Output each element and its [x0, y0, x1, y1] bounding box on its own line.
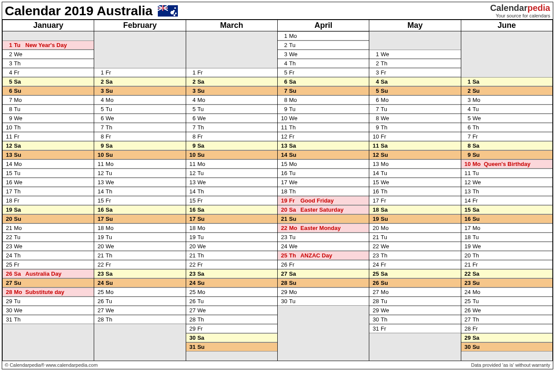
day-number: 30 — [279, 298, 289, 304]
day-of-week: Tu — [473, 170, 484, 176]
day-number: 31 — [371, 325, 381, 332]
calendar-cell: 1TuNew Year's Day — [3, 41, 94, 50]
day-of-week: Th — [197, 124, 209, 131]
day-number: 14 — [279, 152, 289, 158]
day-number: 8 — [188, 133, 197, 140]
day-number: 2 — [279, 42, 289, 48]
day-cell: 29Mo — [278, 287, 369, 297]
day-of-week: Th — [14, 316, 25, 323]
calendar-cell: 20Mo — [369, 223, 461, 233]
day-cell: 17Su — [186, 214, 277, 223]
calendar-cell: 23Sa — [94, 269, 186, 278]
day-number: 20 — [4, 216, 14, 222]
calendar-cell: 5We — [461, 114, 552, 123]
calendar-cell: 16Th — [369, 187, 461, 196]
day-number: 18 — [188, 225, 197, 231]
calendar-cell: 3Su — [186, 86, 277, 95]
day-of-week: Sa — [473, 78, 484, 85]
day-of-week: Th — [381, 316, 392, 323]
day-number: 27 — [279, 270, 289, 277]
day-cell: 14Mo — [3, 159, 94, 169]
day-cell: 28MoSubstitute day — [3, 287, 94, 297]
day-cell: 27We — [94, 306, 185, 315]
day-cell: 8We — [369, 114, 460, 123]
day-cell: 3Su — [186, 86, 277, 95]
day-cell: 28Th — [186, 315, 277, 324]
day-cell: 15Fr — [94, 196, 185, 205]
day-cell: 13Sa — [278, 141, 369, 150]
day-number: 22 — [463, 270, 473, 277]
day-number: 13 — [96, 179, 106, 186]
calendar-cell: 23We — [3, 242, 94, 251]
day-number: 3 — [96, 88, 106, 94]
day-of-week: Tu — [289, 298, 300, 304]
calendar-cell: 6Mo — [369, 95, 461, 105]
day-cell: 24Mo — [461, 287, 552, 297]
day-cell: 16Tu — [278, 169, 369, 178]
day-number: 8 — [371, 115, 381, 122]
day-cell: 15We — [369, 178, 460, 187]
calendar-cell — [94, 324, 186, 333]
holiday-label: Easter Saturday — [300, 206, 367, 213]
brand: Calendarpedia Your source for calendars — [490, 3, 550, 18]
day-of-week: Tu — [381, 234, 392, 240]
day-of-week: Th — [106, 252, 117, 259]
day-cell: 31Su — [186, 342, 277, 351]
day-number: 30 — [4, 307, 14, 314]
day-number: 2 — [4, 51, 14, 57]
calendar-cell: 3Th — [3, 59, 94, 68]
day-of-week: Th — [473, 316, 484, 323]
day-number: 29 — [463, 335, 473, 341]
day-of-week: Sa — [197, 270, 209, 277]
calendar-cell: 14Th — [94, 187, 186, 196]
day-cell: 7Th — [94, 123, 185, 132]
day-cell: 12Sa — [3, 141, 94, 150]
day-number: 1 — [188, 69, 197, 76]
calendar-cell: 19Sa — [3, 205, 94, 214]
day-cell: 25Tu — [461, 297, 552, 306]
calendar-cell: 5Tu — [94, 105, 186, 114]
calendar-cell: 13Mo — [369, 159, 461, 169]
day-number: 20 — [279, 206, 289, 213]
brand-suffix: pedia — [528, 3, 550, 13]
calendar-cell: 20Th — [461, 251, 552, 260]
day-of-week: Mo — [197, 161, 209, 167]
calendar-cell: 4Sa — [369, 77, 461, 86]
day-of-week: Tu — [106, 298, 117, 304]
day-number: 12 — [371, 152, 381, 158]
day-number: 19 — [96, 234, 106, 240]
day-of-week: Su — [14, 88, 25, 94]
day-cell: 9Sa — [94, 141, 185, 150]
calendar-cell: 14Mo — [3, 159, 94, 169]
calendar-cell: 28Th — [94, 315, 186, 324]
day-of-week: Tu — [14, 170, 25, 176]
day-number: 22 — [4, 234, 14, 240]
calendar-cell: 25Tu — [461, 297, 552, 306]
day-of-week: Tu — [106, 234, 117, 240]
day-number: 13 — [188, 179, 197, 186]
day-of-week: Sa — [473, 142, 484, 149]
day-number: 18 — [4, 197, 14, 204]
day-of-week: Sa — [381, 206, 392, 213]
calendar-cell: 4Mo — [186, 95, 277, 105]
day-cell: 21Mo — [3, 223, 94, 233]
calendar-cell: 22We — [369, 242, 461, 251]
day-cell: 29Fr — [186, 324, 277, 333]
calendar-cell: 22Sa — [461, 269, 552, 278]
day-cell: 2We — [3, 50, 94, 59]
calendar-cell: 13We — [186, 178, 277, 187]
calendar-cell: 27Su — [3, 278, 94, 287]
day-number: 17 — [463, 225, 473, 231]
day-of-week: Tu — [197, 106, 209, 112]
day-cell: 27Th — [461, 315, 552, 324]
calendar-cell: 28Fr — [461, 324, 552, 333]
day-of-week: Fr — [197, 261, 209, 268]
calendar-cell: 21Th — [186, 251, 277, 260]
calendar-cell: 9Th — [369, 123, 461, 132]
calendar-cell — [94, 333, 186, 342]
calendar-cell: 31Fr — [369, 324, 461, 333]
day-cell: 1Fr — [186, 68, 277, 77]
calendar-cell: 31Su — [186, 342, 277, 351]
day-of-week: Th — [289, 60, 300, 67]
day-cell: 30Th — [369, 315, 460, 324]
